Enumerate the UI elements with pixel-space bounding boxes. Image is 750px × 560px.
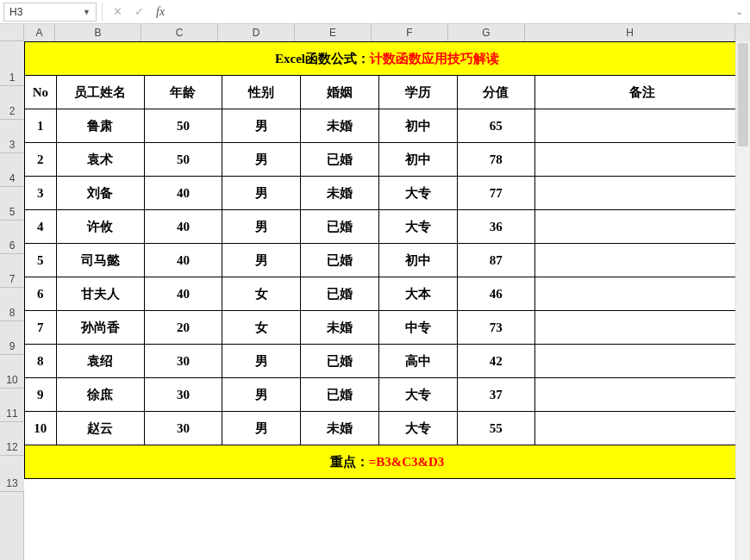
- row-header-9[interactable]: 9: [0, 321, 24, 355]
- row-header-12[interactable]: 12: [0, 422, 24, 456]
- vertical-scrollbar[interactable]: [735, 41, 750, 560]
- cell-age[interactable]: 30: [144, 378, 222, 412]
- cell-marriage[interactable]: 未婚: [301, 177, 379, 210]
- cell-name[interactable]: 鲁肃: [56, 109, 144, 143]
- cell-marriage[interactable]: 已婚: [301, 210, 379, 244]
- hdr-name[interactable]: 员工姓名: [56, 76, 144, 109]
- cell-gender[interactable]: 男: [222, 378, 301, 412]
- row-header-8[interactable]: 8: [0, 288, 24, 321]
- row-header-6[interactable]: 6: [0, 221, 24, 254]
- cell-age[interactable]: 40: [144, 244, 222, 277]
- hdr-score[interactable]: 分值: [457, 76, 535, 109]
- cell-gender[interactable]: 男: [222, 177, 301, 210]
- select-all-corner[interactable]: [0, 24, 24, 41]
- scrollbar-thumb[interactable]: [738, 43, 748, 146]
- cell-no[interactable]: 7: [25, 311, 57, 345]
- cell-edu[interactable]: 高中: [378, 345, 457, 378]
- cell-remark[interactable]: [535, 412, 750, 445]
- cell-remark[interactable]: [535, 177, 750, 210]
- row-header-1[interactable]: 1: [0, 41, 24, 86]
- cell-gender[interactable]: 女: [222, 277, 301, 311]
- cell-score[interactable]: 36: [457, 210, 535, 244]
- col-header-A[interactable]: A: [24, 24, 55, 41]
- cell-name[interactable]: 刘备: [56, 177, 144, 210]
- cell-no[interactable]: 8: [25, 345, 57, 378]
- cell-gender[interactable]: 男: [222, 210, 301, 244]
- row-header-10[interactable]: 10: [0, 355, 24, 389]
- cell-edu[interactable]: 大专: [378, 378, 457, 412]
- cell-edu[interactable]: 大专: [378, 177, 457, 210]
- cell-marriage[interactable]: 未婚: [301, 311, 379, 345]
- hdr-gender[interactable]: 性别: [222, 76, 301, 109]
- cell-marriage[interactable]: 已婚: [301, 345, 379, 378]
- cell-no[interactable]: 2: [25, 143, 57, 177]
- col-header-G[interactable]: G: [448, 24, 525, 41]
- cell-name[interactable]: 袁绍: [56, 345, 144, 378]
- cell-name[interactable]: 徐庶: [56, 378, 144, 412]
- cell-remark[interactable]: [535, 345, 750, 378]
- cell-edu[interactable]: 初中: [378, 244, 457, 277]
- cell-name[interactable]: 甘夫人: [56, 277, 144, 311]
- cell-edu[interactable]: 初中: [378, 109, 457, 143]
- cell-score[interactable]: 73: [457, 311, 535, 345]
- cell-remark[interactable]: [535, 109, 750, 143]
- row-header-11[interactable]: 11: [0, 389, 24, 422]
- cancel-icon[interactable]: ✕: [113, 5, 122, 18]
- cell-marriage[interactable]: 未婚: [301, 109, 379, 143]
- col-header-D[interactable]: D: [218, 24, 295, 41]
- cell-marriage[interactable]: 未婚: [301, 412, 379, 445]
- cell-score[interactable]: 37: [457, 378, 535, 412]
- cell-remark[interactable]: [535, 244, 750, 277]
- cell-remark[interactable]: [535, 210, 750, 244]
- cell-score[interactable]: 87: [457, 244, 535, 277]
- cell-edu[interactable]: 大专: [378, 210, 457, 244]
- cell-no[interactable]: 5: [25, 244, 57, 277]
- cell-no[interactable]: 1: [25, 109, 57, 143]
- col-header-H[interactable]: H: [525, 24, 735, 41]
- cell-marriage[interactable]: 已婚: [301, 244, 379, 277]
- cell-name[interactable]: 许攸: [56, 210, 144, 244]
- col-header-B[interactable]: B: [55, 24, 141, 41]
- cell-age[interactable]: 40: [144, 177, 222, 210]
- formula-input[interactable]: [170, 3, 731, 22]
- cell-no[interactable]: 4: [25, 210, 57, 244]
- cell-gender[interactable]: 男: [222, 109, 301, 143]
- footer-cell[interactable]: 重点：=B3&C3&D3: [25, 445, 750, 479]
- cell-remark[interactable]: [535, 277, 750, 311]
- cell-score[interactable]: 77: [457, 177, 535, 210]
- cell-edu[interactable]: 大本: [378, 277, 457, 311]
- col-header-C[interactable]: C: [141, 24, 218, 41]
- cell-name[interactable]: 袁术: [56, 143, 144, 177]
- row-header-3[interactable]: 3: [0, 120, 24, 153]
- cell-age[interactable]: 30: [144, 345, 222, 378]
- col-header-F[interactable]: F: [372, 24, 448, 41]
- cell-marriage[interactable]: 已婚: [301, 378, 379, 412]
- cell-marriage[interactable]: 已婚: [301, 143, 379, 177]
- cell-no[interactable]: 10: [25, 412, 57, 445]
- cell-edu[interactable]: 中专: [378, 311, 457, 345]
- cell-score[interactable]: 46: [457, 277, 535, 311]
- cell-gender[interactable]: 女: [222, 311, 301, 345]
- name-box[interactable]: H3 ▼: [3, 3, 97, 22]
- row-header-13[interactable]: 13: [0, 456, 24, 492]
- cell-remark[interactable]: [535, 311, 750, 345]
- cell-age[interactable]: 30: [144, 412, 222, 445]
- cell-edu[interactable]: 初中: [378, 143, 457, 177]
- cell-marriage[interactable]: 已婚: [301, 277, 379, 311]
- cell-gender[interactable]: 男: [222, 143, 301, 177]
- hdr-edu[interactable]: 学历: [378, 76, 457, 109]
- cell-score[interactable]: 78: [457, 143, 535, 177]
- cell-remark[interactable]: [535, 378, 750, 412]
- cell-remark[interactable]: [535, 143, 750, 177]
- title-cell[interactable]: Excel函数公式：计数函数应用技巧解读: [25, 42, 750, 76]
- row-header-4[interactable]: 4: [0, 153, 24, 187]
- row-header-2[interactable]: 2: [0, 86, 24, 120]
- enter-icon[interactable]: ✓: [134, 5, 144, 18]
- cell-gender[interactable]: 男: [222, 244, 301, 277]
- cell-no[interactable]: 9: [25, 378, 57, 412]
- chevron-down-icon[interactable]: ▼: [83, 8, 91, 16]
- cell-gender[interactable]: 男: [222, 345, 301, 378]
- row-header-5[interactable]: 5: [0, 187, 24, 221]
- cells-area[interactable]: Excel函数公式：计数函数应用技巧解读 No 员工姓名 年龄 性别 婚姻 学历…: [24, 41, 750, 560]
- cell-edu[interactable]: 大专: [378, 412, 457, 445]
